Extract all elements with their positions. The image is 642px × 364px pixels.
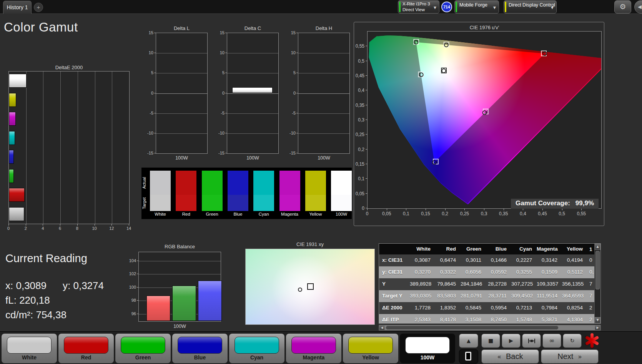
table-vertical-scrollbar[interactable]: ▲ ▼ — [594, 244, 600, 323]
axis-tick-label: 96 — [124, 311, 136, 316]
back-button[interactable]: «Back — [481, 349, 539, 364]
axis-tick — [504, 209, 504, 210]
new-tab-button[interactable]: + — [34, 3, 43, 12]
axis-tick — [366, 90, 367, 90]
pattern-button-100w[interactable]: 100W — [400, 334, 455, 363]
pattern-up-button[interactable]: ▲ — [459, 334, 478, 348]
scroll-down-button[interactable]: ▼ — [595, 317, 600, 323]
axis-tick-label: 0,2 — [442, 211, 448, 216]
red-asterisk-button[interactable] — [584, 332, 600, 349]
pattern-button-cyan[interactable]: Cyan — [229, 334, 284, 363]
axis-tick-label: -10 — [211, 131, 225, 135]
axis-tick-label: 0,5 — [559, 211, 565, 216]
refresh-button[interactable]: ↻ — [563, 334, 582, 348]
table-cell: 0,5954 — [486, 302, 511, 314]
scroll-thumb[interactable] — [386, 326, 559, 330]
table-cell: 364,6593 — [562, 290, 587, 302]
settings-gear-button[interactable]: ⚙ — [614, 0, 631, 13]
swatch-row-label-actual: Actual — [142, 171, 148, 195]
table-cell: 1,8352 — [435, 302, 461, 314]
table-cell: 0,1466 — [486, 254, 511, 266]
axis-tick — [366, 193, 367, 194]
table-row-label: ΔE ITP — [379, 314, 410, 324]
pattern-label: Red — [58, 354, 114, 361]
source-dropdown[interactable]: Mobile Forge ▼ — [454, 0, 499, 13]
table-cell: 1,5748 — [511, 314, 537, 324]
swatch-column-100w — [331, 171, 352, 211]
pattern-button-magenta[interactable]: Magenta — [286, 334, 341, 363]
top-bar: History 1 + X-Rite i1Pro 3 Direct View ▼… — [0, 0, 642, 14]
actual-target-swatch-strip: Actual Target WhiteRedGreenBlueCyanMagen… — [141, 168, 352, 219]
swatch-target-red — [176, 195, 196, 211]
axis-tick-label: -5 — [140, 111, 153, 115]
axis-tick-label: 0,55 — [349, 43, 364, 49]
pattern-button-blue[interactable]: Blue — [172, 334, 228, 363]
chevron-down-icon: ▼ — [551, 6, 554, 10]
pattern-window-toggle-button[interactable] — [459, 349, 478, 364]
step-button[interactable] — [522, 334, 541, 348]
source-status-stripe — [456, 2, 457, 12]
axis-tick-label: 0,35 — [499, 211, 508, 216]
swatch-label-cyan: Cyan — [253, 212, 274, 216]
delta-h-x-label: 100W — [298, 155, 350, 161]
swatch-target-yellow — [305, 195, 326, 211]
step-icon — [528, 338, 536, 344]
table-cell: 0,7984 — [537, 302, 562, 314]
swatch-actual-blue — [228, 171, 248, 195]
axis-tick — [137, 300, 138, 301]
next-button[interactable]: Next» — [541, 349, 599, 364]
next-label: Next — [557, 352, 573, 361]
axis-tick — [225, 113, 227, 113]
pattern-button-green[interactable]: Green — [115, 334, 171, 363]
swatch-column-white — [150, 171, 171, 211]
meter-dropdown[interactable]: X-Rite i1Pro 3 Direct View ▼ — [398, 0, 439, 13]
pattern-label: Cyan — [229, 354, 284, 361]
gridline — [227, 93, 278, 94]
axis-tick — [296, 93, 298, 93]
workflow-dropdown[interactable]: Direct Display Control ▼ — [504, 0, 557, 13]
gridline — [26, 71, 27, 224]
axis-tick — [95, 224, 95, 226]
panel-collapse-button[interactable]: ◀ — [634, 0, 642, 13]
axis-tick-label: 0,15 — [349, 161, 364, 167]
axis-tick — [445, 209, 446, 210]
axis-tick — [111, 224, 112, 226]
axis-tick-label: 5 — [140, 70, 153, 75]
table-cell: 0,8254 — [562, 302, 587, 314]
table-cell-partial: 2 — [587, 314, 594, 324]
axis-tick-label: 100 — [124, 285, 136, 289]
pattern-swatch — [121, 337, 165, 354]
scroll-thumb[interactable] — [595, 251, 600, 289]
scroll-left-button[interactable]: ◀ — [379, 325, 385, 330]
cie-measured-marker-yellow — [444, 43, 448, 47]
table-horizontal-scrollbar[interactable]: ◀ ▶ — [379, 325, 601, 331]
gridline — [298, 93, 349, 94]
back-label: Back — [506, 352, 523, 361]
continuous-button[interactable]: ∞ — [542, 334, 561, 348]
deltae2000-x-axis: 02468101214 — [8, 226, 130, 231]
pattern-button-red[interactable]: Red — [58, 334, 114, 363]
swatch-target-green — [202, 195, 223, 211]
axis-tick-label: 98 — [124, 298, 136, 303]
rgb-balance-x-label: 100W — [138, 324, 221, 329]
swatch-column-green — [202, 171, 223, 211]
axis-tick — [296, 113, 298, 113]
pattern-button-white[interactable]: White — [2, 334, 57, 363]
reading-x: x: 0,3089 — [5, 280, 47, 292]
tab-history-1[interactable]: History 1 — [3, 1, 32, 14]
table-cell: 0,3270 — [410, 266, 435, 278]
axis-tick — [225, 153, 227, 153]
scroll-up-button[interactable]: ▲ — [595, 244, 600, 250]
axis-tick — [137, 274, 138, 274]
axis-tick — [366, 134, 367, 135]
axis-tick-label: 14 — [126, 226, 131, 231]
table-row-label: x: CIE31 — [379, 254, 410, 266]
stop-button[interactable]: ■ — [481, 334, 500, 348]
pattern-button-yellow[interactable]: Yellow — [343, 334, 398, 363]
scroll-right-button[interactable]: ▶ — [595, 325, 600, 330]
axis-tick-label: 0,3 — [349, 117, 364, 123]
axis-tick — [296, 33, 298, 33]
table-cell: 0,3011 — [461, 254, 486, 266]
axis-tick-label: -15 — [283, 151, 296, 155]
play-button[interactable]: ▶ — [502, 334, 521, 348]
